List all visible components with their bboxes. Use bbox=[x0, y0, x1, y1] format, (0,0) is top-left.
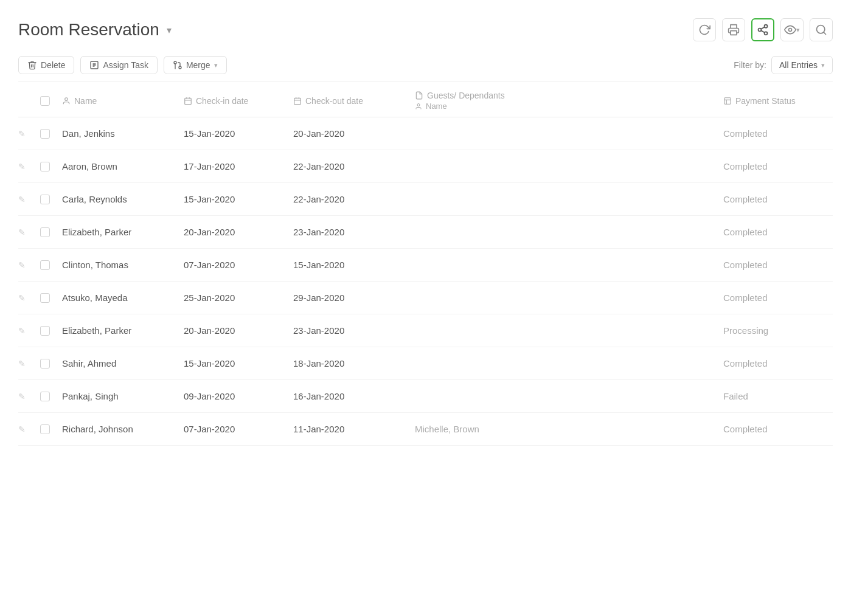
row-name: Dan, Jenkins bbox=[62, 128, 184, 139]
col-checkin-label: Check-in date bbox=[196, 96, 248, 106]
svg-line-5 bbox=[761, 27, 765, 29]
row-checkbox[interactable] bbox=[40, 326, 50, 336]
col-guests-header: Guests/ Dependants Name bbox=[415, 91, 723, 111]
row-checkout: 15-Jan-2020 bbox=[293, 260, 415, 270]
table-row: ✎ Sahir, Ahmed 15-Jan-2020 18-Jan-2020 C… bbox=[18, 347, 833, 380]
person-icon bbox=[62, 97, 71, 105]
row-checkin: 20-Jan-2020 bbox=[184, 227, 293, 237]
row-name: Richard, Johnson bbox=[62, 424, 184, 434]
header-checkbox[interactable] bbox=[40, 96, 50, 106]
row-checkbox[interactable] bbox=[40, 162, 50, 171]
row-status: Completed bbox=[723, 194, 833, 204]
search-icon bbox=[815, 24, 827, 36]
view-chevron: ▾ bbox=[796, 26, 800, 34]
svg-line-8 bbox=[824, 32, 826, 35]
table-row: ✎ Atsuko, Mayeda 25-Jan-2020 29-Jan-2020… bbox=[18, 282, 833, 314]
toolbar: Delete Assign Task Merge ▾ Filter by: bbox=[18, 51, 833, 82]
row-checkbox[interactable] bbox=[40, 424, 50, 434]
row-status: Completed bbox=[723, 424, 833, 434]
filter-value: All Entries bbox=[779, 60, 818, 70]
title-chevron-icon[interactable]: ▾ bbox=[167, 24, 172, 36]
row-name: Atsuko, Mayeda bbox=[62, 292, 184, 303]
row-checkbox[interactable] bbox=[40, 359, 50, 369]
row-status: Failed bbox=[723, 391, 833, 401]
edit-icon[interactable]: ✎ bbox=[18, 260, 40, 270]
table-row: ✎ Dan, Jenkins 15-Jan-2020 20-Jan-2020 C… bbox=[18, 117, 833, 150]
search-button[interactable] bbox=[810, 18, 833, 41]
row-name: Clinton, Thomas bbox=[62, 260, 184, 270]
row-checkbox[interactable] bbox=[40, 260, 50, 270]
merge-chevron: ▾ bbox=[214, 61, 218, 69]
filter-select[interactable]: All Entries ▾ bbox=[771, 56, 833, 74]
row-checkin: 15-Jan-2020 bbox=[184, 128, 293, 139]
row-checkbox[interactable] bbox=[40, 195, 50, 204]
edit-icon[interactable]: ✎ bbox=[18, 227, 40, 237]
refresh-icon bbox=[698, 24, 710, 36]
task-icon bbox=[89, 60, 99, 70]
row-checkbox[interactable] bbox=[40, 227, 50, 237]
row-status: Completed bbox=[723, 128, 833, 139]
person-sub-icon bbox=[415, 103, 422, 110]
row-checkbox[interactable] bbox=[40, 129, 50, 139]
table-row: ✎ Pankaj, Singh 09-Jan-2020 16-Jan-2020 … bbox=[18, 380, 833, 413]
row-checkout: 11-Jan-2020 bbox=[293, 424, 415, 434]
row-name: Carla, Reynolds bbox=[62, 194, 184, 204]
row-checkin: 15-Jan-2020 bbox=[184, 194, 293, 204]
svg-rect-21 bbox=[294, 98, 301, 105]
svg-line-4 bbox=[761, 30, 765, 32]
row-status: Completed bbox=[723, 227, 833, 237]
calendar-checkin-icon bbox=[184, 97, 192, 105]
assign-task-button[interactable]: Assign Task bbox=[80, 56, 157, 74]
title-text: Room Reservation bbox=[18, 20, 159, 40]
row-checkin: 09-Jan-2020 bbox=[184, 391, 293, 401]
calendar-checkout-icon bbox=[293, 97, 302, 105]
table-row: ✎ Richard, Johnson 07-Jan-2020 11-Jan-20… bbox=[18, 413, 833, 446]
row-name: Aaron, Brown bbox=[62, 161, 184, 171]
print-button[interactable] bbox=[722, 18, 745, 41]
assign-task-label: Assign Task bbox=[103, 60, 148, 70]
delete-button[interactable]: Delete bbox=[18, 56, 74, 74]
col-payment-header: Payment Status bbox=[723, 96, 833, 106]
header-actions: ▾ bbox=[693, 18, 833, 41]
row-name: Elizabeth, Parker bbox=[62, 227, 184, 237]
filter-label: Filter by: bbox=[734, 60, 766, 70]
row-checkout: 29-Jan-2020 bbox=[293, 292, 415, 303]
edit-icon[interactable]: ✎ bbox=[18, 162, 40, 171]
row-checkbox[interactable] bbox=[40, 392, 50, 401]
row-name: Pankaj, Singh bbox=[62, 391, 184, 401]
share-icon bbox=[757, 24, 769, 36]
edit-icon[interactable]: ✎ bbox=[18, 195, 40, 204]
row-status: Completed bbox=[723, 161, 833, 171]
col-checkout-header: Check-out date bbox=[293, 96, 415, 106]
row-checkout: 16-Jan-2020 bbox=[293, 391, 415, 401]
col-name-label: Name bbox=[74, 96, 97, 106]
delete-label: Delete bbox=[41, 60, 65, 70]
row-checkin: 20-Jan-2020 bbox=[184, 325, 293, 336]
edit-icon[interactable]: ✎ bbox=[18, 326, 40, 336]
col-guests-label: Guests/ Dependants bbox=[427, 91, 505, 100]
row-checkout: 18-Jan-2020 bbox=[293, 358, 415, 369]
table-row: ✎ Clinton, Thomas 07-Jan-2020 15-Jan-202… bbox=[18, 249, 833, 282]
layout-icon bbox=[723, 97, 732, 105]
row-checkbox[interactable] bbox=[40, 293, 50, 303]
edit-icon[interactable]: ✎ bbox=[18, 359, 40, 369]
filter-section: Filter by: All Entries ▾ bbox=[734, 56, 833, 74]
row-checkout: 23-Jan-2020 bbox=[293, 325, 415, 336]
view-button[interactable]: ▾ bbox=[780, 18, 804, 41]
page-title: Room Reservation ▾ bbox=[18, 20, 172, 40]
share-button[interactable] bbox=[751, 18, 774, 41]
header: Room Reservation ▾ bbox=[18, 12, 833, 51]
merge-button[interactable]: Merge ▾ bbox=[164, 56, 227, 74]
edit-icon[interactable]: ✎ bbox=[18, 293, 40, 303]
edit-icon[interactable]: ✎ bbox=[18, 424, 40, 434]
row-checkin: 17-Jan-2020 bbox=[184, 161, 293, 171]
table-row: ✎ Carla, Reynolds 15-Jan-2020 22-Jan-202… bbox=[18, 183, 833, 216]
edit-icon[interactable]: ✎ bbox=[18, 129, 40, 139]
svg-point-16 bbox=[65, 97, 68, 100]
edit-icon[interactable]: ✎ bbox=[18, 392, 40, 401]
row-guest: Michelle, Brown bbox=[415, 424, 723, 434]
table-row: ✎ Aaron, Brown 17-Jan-2020 22-Jan-2020 C… bbox=[18, 150, 833, 183]
table-row: ✎ Elizabeth, Parker 20-Jan-2020 23-Jan-2… bbox=[18, 314, 833, 347]
refresh-button[interactable] bbox=[693, 18, 716, 41]
svg-rect-26 bbox=[724, 97, 731, 104]
